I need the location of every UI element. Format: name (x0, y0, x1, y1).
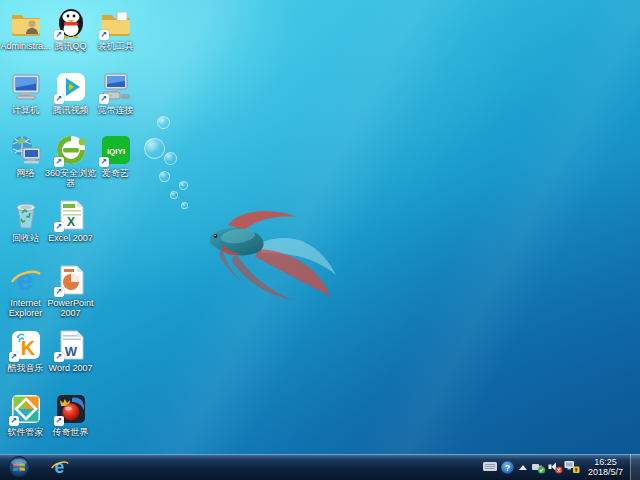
shortcut-arrow-icon: ↗ (9, 416, 19, 426)
svg-text:X: X (66, 215, 74, 229)
desktop-icon-broadband[interactable]: ↗ 宽带连接 (93, 70, 138, 115)
bubble (144, 138, 165, 159)
network-warning-icon[interactable] (564, 456, 581, 478)
bubble (164, 152, 177, 165)
taskbar-pinned-internet-explorer[interactable]: e (40, 455, 80, 479)
computer-icon (9, 70, 43, 104)
svg-text:e: e (16, 263, 33, 296)
shortcut-arrow-icon: ↗ (99, 30, 109, 40)
svg-text:e: e (55, 457, 65, 477)
desktop-icon-network[interactable]: 网络 (3, 133, 48, 178)
desktop-icon-legend-world[interactable]: ↗ 传奇世界 (48, 392, 93, 437)
qq-icon: ↗ (54, 6, 88, 40)
clock-date: 2018/5/7 (588, 467, 623, 477)
shortcut-arrow-icon: ↗ (9, 352, 19, 362)
desktop-icon-software-manager[interactable]: ↗ 软件管家 (3, 392, 48, 437)
iqiyi-icon: iQIYI ↗ (99, 133, 133, 167)
shortcut-arrow-icon: ↗ (54, 157, 64, 167)
desktop-icon-administrator[interactable]: Administra... (3, 6, 48, 51)
desktop-icon-word-2007[interactable]: W ↗ Word 2007 (48, 328, 93, 373)
shortcut-arrow-icon: ↗ (99, 94, 109, 104)
folder-icon: ↗ (99, 6, 133, 40)
desktop-icon-internet-explorer[interactable]: e Internet Explorer (3, 263, 48, 318)
user-folder-icon (9, 6, 43, 40)
kuwo-music-icon: K ↗ (9, 328, 43, 362)
volume-muted-icon[interactable] (547, 456, 564, 478)
clock-time: 16:25 (588, 457, 623, 467)
iqiyi-logo-text: iQIYI (106, 147, 124, 156)
betta-fish (200, 205, 345, 305)
desktop-icon-label: 装机工具 (89, 41, 142, 51)
desktop-icon-label: PowerPoint 2007 (44, 298, 97, 318)
desktop-icon-label: 传奇世界 (44, 427, 97, 437)
desktop-icon-label: 爱奇艺 (89, 168, 142, 178)
ie-icon: e (9, 263, 43, 297)
desktop-icon-360-browser[interactable]: ↗ 360安全浏览器 (48, 133, 93, 188)
shortcut-arrow-icon: ↗ (54, 352, 64, 362)
bubble (159, 171, 170, 182)
excel-icon: X ↗ (54, 198, 88, 232)
desktop-icon-powerpoint-2007[interactable]: ↗ PowerPoint 2007 (48, 263, 93, 318)
desktop-icon-excel-2007[interactable]: X ↗ Excel 2007 (48, 198, 93, 243)
desktop-icon-computer[interactable]: 计算机 (3, 70, 48, 115)
windows7-desktop: Administra... ↗ 腾讯QQ ↗ 装机工具 (0, 0, 640, 480)
shortcut-arrow-icon: ↗ (54, 94, 64, 104)
desktop-icon-label: Excel 2007 (44, 233, 97, 243)
help-icon[interactable]: ? (499, 456, 516, 478)
360-browser-icon: ↗ (54, 133, 88, 167)
powerpoint-icon: ↗ (54, 263, 88, 297)
bubble (179, 181, 188, 190)
svg-text:?: ? (505, 462, 511, 472)
desktop-icon-kuwo-music[interactable]: K ↗ 酷我音乐 (3, 328, 48, 373)
network-globe-icon (9, 133, 43, 167)
start-button[interactable] (4, 454, 34, 480)
desktop-icon-recycle-bin[interactable]: 回收站 (3, 198, 48, 243)
ie-icon: e (50, 457, 70, 477)
windows-logo-icon (8, 456, 30, 478)
desktop-icon-tencent-video[interactable]: ↗ 腾讯视频 (48, 70, 93, 115)
software-manager-icon: ↗ (9, 392, 43, 426)
taskbar: e ? (0, 454, 640, 480)
recycle-bin-icon (9, 198, 43, 232)
desktop-icon-iqiyi[interactable]: iQIYI ↗ 爱奇艺 (93, 133, 138, 178)
shortcut-arrow-icon: ↗ (99, 157, 109, 167)
shortcut-arrow-icon: ↗ (54, 416, 64, 426)
bubble (181, 202, 188, 209)
desktop-icon-label: 宽带连接 (89, 105, 142, 115)
show-hidden-icons-arrow[interactable] (519, 465, 527, 470)
bubble (170, 191, 178, 199)
svg-text:K: K (20, 337, 35, 359)
word-icon: W ↗ (54, 328, 88, 362)
broadband-icon: ↗ (99, 70, 133, 104)
bubble (157, 116, 170, 129)
desktop-icon-label: Word 2007 (44, 363, 97, 373)
system-tray: ? (482, 454, 640, 480)
input-method-icon[interactable] (482, 456, 499, 478)
svg-text:W: W (64, 344, 77, 359)
desktop-icon-tencent-qq[interactable]: ↗ 腾讯QQ (48, 6, 93, 51)
usb-device-ready-icon[interactable] (530, 456, 547, 478)
taskbar-clock[interactable]: 16:25 2018/5/7 (581, 457, 630, 477)
show-desktop-button[interactable] (630, 454, 640, 480)
desktop-icon-install-tools[interactable]: ↗ 装机工具 (93, 6, 138, 51)
tencent-video-icon: ↗ (54, 70, 88, 104)
shortcut-arrow-icon: ↗ (54, 30, 64, 40)
shortcut-arrow-icon: ↗ (54, 287, 64, 297)
legend-world-icon: ↗ (54, 392, 88, 426)
shortcut-arrow-icon: ↗ (54, 222, 64, 232)
